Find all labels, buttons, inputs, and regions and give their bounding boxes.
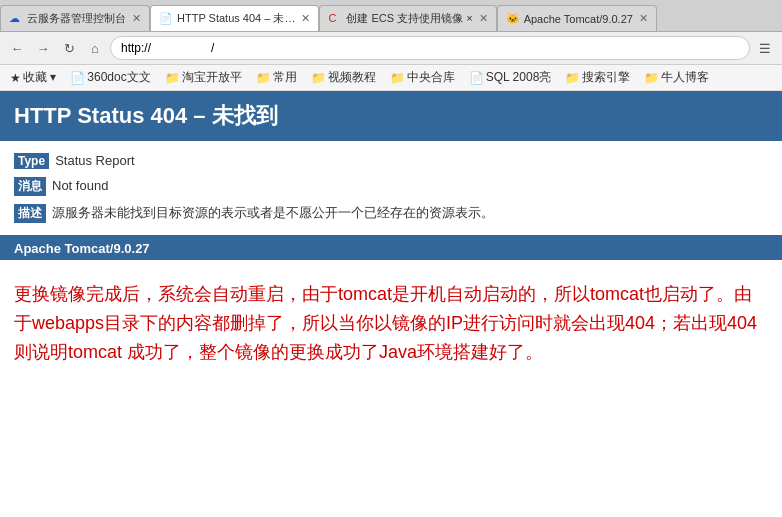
message-label: 消息 [14,177,46,196]
bookmark-sql[interactable]: 📄 SQL 2008亮 [465,67,556,88]
doc-icon: 📄 [159,12,173,26]
page-content: HTTP Status 404 – 未找到 Type Status Report… [0,91,782,441]
http-status-header: HTTP Status 404 – 未找到 [0,91,782,141]
bookmark-central[interactable]: 📁 中央合库 [386,67,459,88]
360doc-label: 360doc文文 [87,69,150,86]
tab-tomcat-label: Apache Tomcat/9.0.27 [524,13,633,25]
search-bookmark-icon: 📁 [565,71,580,85]
sql-icon: 📄 [469,71,484,85]
video-label: 视频教程 [328,69,376,86]
bookmark-taobao[interactable]: 📁 淘宝开放平 [161,67,246,88]
menu-button[interactable]: ☰ [754,37,776,59]
message-value: Not found [52,178,108,193]
type-label: Type [14,153,49,169]
bookmark-favorites[interactable]: ★ 收藏 ▾ [6,67,60,88]
ecs-icon: C [328,12,342,26]
doc-bookmark-icon: 📄 [70,71,85,85]
tab-tomcat[interactable]: 🐱 Apache Tomcat/9.0.27 ✕ [497,5,657,31]
common-label: 常用 [273,69,297,86]
tab-404-close[interactable]: ✕ [301,12,310,25]
http-title: HTTP Status 404 – 未找到 [14,103,278,128]
tomcat-version: Apache Tomcat/9.0.27 [14,241,150,256]
address-input[interactable] [110,36,750,60]
common-icon: 📁 [256,71,271,85]
video-icon: 📁 [311,71,326,85]
tab-404-label: HTTP Status 404 – 未… [177,11,295,26]
taobao-label: 淘宝开放平 [182,69,242,86]
bookmark-video[interactable]: 📁 视频教程 [307,67,380,88]
address-bar-row: ← → ↻ ⌂ ☰ [0,32,782,65]
bookmark-common[interactable]: 📁 常用 [252,67,301,88]
tab-tomcat-close[interactable]: ✕ [639,12,648,25]
search-label: 搜索引擎 [582,69,630,86]
tab-bar: ☁ 云服务器管理控制台 ✕ 📄 HTTP Status 404 – 未… ✕ C… [0,0,782,32]
browser-chrome: ☁ 云服务器管理控制台 ✕ 📄 HTTP Status 404 – 未… ✕ C… [0,0,782,91]
tab-server-close[interactable]: ✕ [132,12,141,25]
description-value: 源服务器未能找到目标资源的表示或者是不愿公开一个已经存在的资源表示。 [52,204,494,222]
http-row-type: Type Status Report [14,149,768,173]
home-button[interactable]: ⌂ [84,37,106,59]
bookmark-blog[interactable]: 📁 牛人博客 [640,67,713,88]
server-icon: ☁ [9,12,23,26]
favorites-label: 收藏 ▾ [23,69,56,86]
star-icon: ★ [10,71,21,85]
annotation-area: 更换镜像完成后，系统会自动重启，由于tomcat是开机自动启动的，所以tomca… [0,260,782,380]
description-label: 描述 [14,204,46,223]
bookmark-search[interactable]: 📁 搜索引擎 [561,67,634,88]
tab-ecs-label: 创建 ECS 支持使用镜像 × [346,11,472,26]
blog-label: 牛人博客 [661,69,709,86]
http-footer: Apache Tomcat/9.0.27 [0,237,782,260]
back-button[interactable]: ← [6,37,28,59]
taobao-icon: 📁 [165,71,180,85]
tab-server-label: 云服务器管理控制台 [27,11,126,26]
refresh-button[interactable]: ↻ [58,37,80,59]
tab-ecs[interactable]: C 创建 ECS 支持使用镜像 × ✕ [319,5,496,31]
http-row-description: 描述 源服务器未能找到目标资源的表示或者是不愿公开一个已经存在的资源表示。 [14,200,768,227]
tab-server[interactable]: ☁ 云服务器管理控制台 ✕ [0,5,150,31]
http-row-message: 消息 Not found [14,173,768,200]
tab-404[interactable]: 📄 HTTP Status 404 – 未… ✕ [150,5,319,31]
http-body: Type Status Report 消息 Not found 描述 源服务器未… [0,141,782,237]
forward-button[interactable]: → [32,37,54,59]
type-value: Status Report [55,153,135,168]
bookmarks-bar: ★ 收藏 ▾ 📄 360doc文文 📁 淘宝开放平 📁 常用 📁 视频教程 📁 … [0,65,782,91]
central-icon: 📁 [390,71,405,85]
tomcat-icon: 🐱 [506,12,520,26]
sql-label: SQL 2008亮 [486,69,552,86]
annotation-text: 更换镜像完成后，系统会自动重启，由于tomcat是开机自动启动的，所以tomca… [14,280,768,366]
central-label: 中央合库 [407,69,455,86]
bookmark-360doc[interactable]: 📄 360doc文文 [66,67,154,88]
blog-icon: 📁 [644,71,659,85]
tab-ecs-close[interactable]: ✕ [479,12,488,25]
